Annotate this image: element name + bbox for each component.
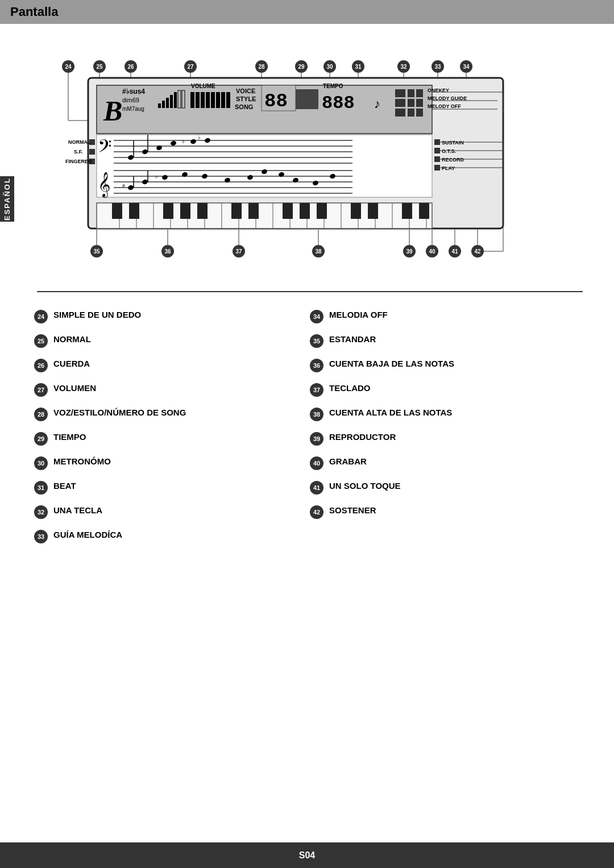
svg-text:#: # <box>122 183 125 189</box>
list-item: 42 SOSTENER <box>310 505 586 519</box>
svg-rect-36 <box>196 92 200 108</box>
svg-text:37: 37 <box>235 248 242 255</box>
svg-text:24: 24 <box>65 64 72 70</box>
svg-rect-153 <box>419 203 429 219</box>
svg-text:𝄢: 𝄢 <box>98 136 111 160</box>
page-header: Pantalla <box>0 0 614 24</box>
svg-rect-41 <box>221 92 225 108</box>
list-item: 24 SIMPLE DE UN DEDO <box>34 309 310 323</box>
svg-text:PLAY: PLAY <box>442 165 455 171</box>
svg-text:NORMAL: NORMAL <box>68 139 91 145</box>
svg-rect-145 <box>231 203 242 219</box>
svg-rect-57 <box>408 99 414 107</box>
svg-rect-61 <box>416 109 423 117</box>
svg-text:28: 28 <box>258 64 265 70</box>
svg-text:O.T.S.: O.T.S. <box>442 148 456 154</box>
svg-rect-141 <box>129 203 139 219</box>
svg-rect-30 <box>166 98 169 108</box>
legend-right-column: 34 MELODIA OFF 35 ESTANDAR 36 CUENTA BAJ… <box>310 309 586 543</box>
svg-text:39: 39 <box>406 248 413 255</box>
svg-rect-38 <box>206 92 210 108</box>
legend-left-column: 24 SIMPLE DE UN DEDO 25 NORMAL 26 CUERDA… <box>34 309 310 543</box>
svg-rect-152 <box>402 203 412 219</box>
svg-rect-150 <box>351 203 361 219</box>
separator <box>37 291 583 292</box>
svg-rect-42 <box>226 92 230 108</box>
list-item: 27 VOLUMEN <box>34 383 310 397</box>
list-item: 30 METRONÓMO <box>34 456 310 470</box>
list-item: 38 CUENTA ALTA DE LAS NOTAS <box>310 407 586 421</box>
svg-rect-32 <box>174 92 177 108</box>
svg-text:𝄞: 𝄞 <box>98 172 110 198</box>
svg-text:38: 38 <box>315 248 322 255</box>
svg-rect-148 <box>300 203 310 219</box>
svg-text:♭: ♭ <box>155 174 157 180</box>
list-item: 34 MELODIA OFF <box>310 309 586 323</box>
main-content: 24 25 26 27 28 29 30 31 32 <box>0 24 614 555</box>
list-item: 28 VOZ/ESTILO/NÚMERO DE SONG <box>34 407 310 421</box>
svg-text:SONG: SONG <box>235 103 253 110</box>
svg-text:MELODY OFF: MELODY OFF <box>428 103 461 109</box>
display-diagram: 24 25 26 27 28 29 30 31 32 <box>57 47 569 268</box>
svg-text:♭: ♭ <box>182 138 185 144</box>
svg-text:VOICE: VOICE <box>236 88 255 94</box>
svg-text:35: 35 <box>93 248 100 255</box>
svg-text:30: 30 <box>326 64 333 70</box>
svg-text:S.F.: S.F. <box>74 149 83 155</box>
svg-rect-146 <box>248 203 259 219</box>
svg-text:33: 33 <box>434 64 441 70</box>
svg-text:♪: ♪ <box>374 97 380 111</box>
list-item: 31 BEAT <box>34 480 310 495</box>
svg-text:B: B <box>103 95 122 127</box>
legend-section: 24 SIMPLE DE UN DEDO 25 NORMAL 26 CUERDA… <box>23 309 597 543</box>
svg-rect-53 <box>395 89 405 97</box>
svg-rect-28 <box>158 103 161 108</box>
svg-text:STYLE: STYLE <box>236 95 256 102</box>
svg-text:mM7aug: mM7aug <box>122 106 144 112</box>
svg-text:TEMPO: TEMPO <box>323 83 343 89</box>
svg-text:29: 29 <box>298 64 305 70</box>
svg-rect-143 <box>180 203 190 219</box>
svg-rect-149 <box>317 203 327 219</box>
svg-text:36: 36 <box>164 248 171 255</box>
page-footer: S04 <box>0 842 614 868</box>
svg-rect-40 <box>216 92 220 108</box>
svg-rect-56 <box>408 89 414 97</box>
list-item: 32 UNA TECLA <box>34 505 310 519</box>
svg-rect-58 <box>408 109 414 117</box>
svg-text:VOLUME: VOLUME <box>191 83 215 89</box>
svg-rect-108 <box>89 149 95 155</box>
list-item: 37 TECLADO <box>310 383 586 397</box>
svg-text:FINGERED: FINGERED <box>65 159 92 164</box>
svg-text:41: 41 <box>451 248 458 255</box>
svg-rect-55 <box>395 109 405 117</box>
svg-text:25: 25 <box>96 64 103 70</box>
svg-text:RECORD: RECORD <box>442 157 464 163</box>
list-item: 41 UN SOLO TOQUE <box>310 480 586 495</box>
svg-rect-147 <box>283 203 293 219</box>
diagram-area: 24 25 26 27 28 29 30 31 32 <box>23 35 597 274</box>
svg-text:SUSTAIN: SUSTAIN <box>442 140 464 146</box>
list-item: 29 TIEMPO <box>34 431 310 446</box>
espanol-tab: ESPAÑOL <box>0 176 14 222</box>
svg-text:888: 888 <box>322 93 355 114</box>
svg-rect-39 <box>211 92 215 108</box>
list-item: 36 CUENTA BAJA DE LAS NOTAS <box>310 358 586 372</box>
page-title: Pantalla <box>10 5 604 19</box>
svg-rect-151 <box>368 203 378 219</box>
svg-rect-54 <box>395 99 405 107</box>
page-number: S04 <box>299 850 315 861</box>
svg-text:♭: ♭ <box>198 134 201 140</box>
list-item: 33 GUÍA MELODÍCA <box>34 529 310 543</box>
svg-text:#♭sus4: #♭sus4 <box>122 88 145 95</box>
list-item: 39 REPRODUCTOR <box>310 431 586 446</box>
svg-rect-59 <box>416 89 423 97</box>
svg-text:26: 26 <box>127 64 134 70</box>
svg-text:31: 31 <box>355 64 362 70</box>
svg-rect-37 <box>201 92 205 108</box>
svg-text:27: 27 <box>187 64 194 70</box>
svg-rect-29 <box>162 101 165 108</box>
svg-rect-140 <box>112 203 122 219</box>
svg-rect-120 <box>97 203 432 229</box>
svg-rect-49 <box>296 89 318 109</box>
